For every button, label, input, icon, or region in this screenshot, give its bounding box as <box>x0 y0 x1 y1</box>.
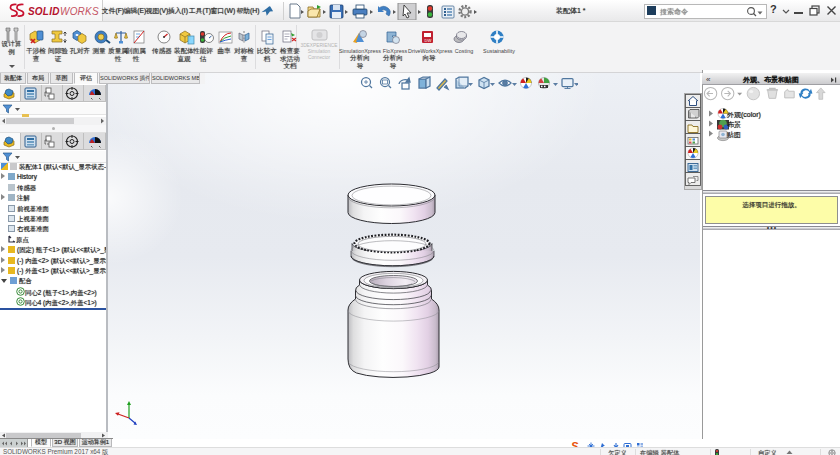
svg-text:WORKS: WORKS <box>60 6 99 17</box>
svg-text:DW: DW <box>425 38 432 43</box>
svg-text:SOLID: SOLID <box>28 6 60 17</box>
